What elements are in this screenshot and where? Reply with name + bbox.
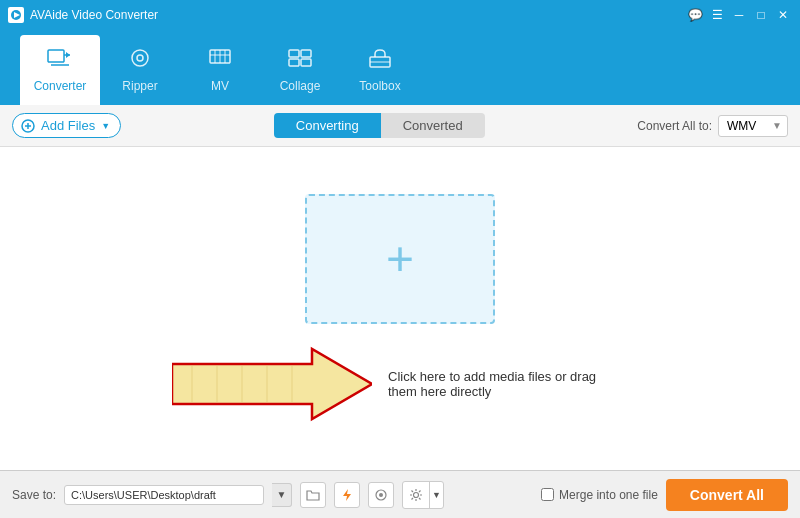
convert-all-button[interactable]: Convert All bbox=[666, 479, 788, 511]
svg-marker-28 bbox=[343, 489, 351, 501]
ripper-icon bbox=[126, 47, 154, 75]
nav-collage-label: Collage bbox=[280, 79, 321, 93]
instruction-text: Click here to add media files or drag th… bbox=[388, 369, 628, 399]
settings-group: ▼ bbox=[402, 481, 444, 509]
svg-marker-22 bbox=[172, 349, 372, 419]
merge-checkbox-label: Merge into one file bbox=[541, 488, 658, 502]
tab-converting[interactable]: Converting bbox=[274, 113, 381, 138]
help-btn[interactable]: 💬 bbox=[686, 6, 704, 24]
nav-ripper-label: Ripper bbox=[122, 79, 157, 93]
title-bar-left: AVAide Video Converter bbox=[8, 7, 158, 23]
app-icon bbox=[8, 7, 24, 23]
svg-rect-14 bbox=[301, 50, 311, 57]
minimize-btn[interactable]: ─ bbox=[730, 6, 748, 24]
edit-btn[interactable] bbox=[368, 482, 394, 508]
nav-converter-label: Converter bbox=[34, 79, 87, 93]
title-bar: AVAide Video Converter 💬 ☰ ─ □ ✕ bbox=[0, 0, 800, 30]
format-select[interactable]: WMV MP4 AVI MOV MKV bbox=[718, 115, 788, 137]
flash-btn[interactable] bbox=[334, 482, 360, 508]
settings-dropdown-btn[interactable]: ▼ bbox=[429, 482, 443, 508]
svg-rect-15 bbox=[289, 59, 299, 66]
nav-toolbox[interactable]: Toolbox bbox=[340, 35, 420, 105]
mv-icon bbox=[206, 47, 234, 75]
svg-point-31 bbox=[414, 492, 419, 497]
drop-zone-plus-icon: + bbox=[386, 235, 414, 283]
converter-icon bbox=[46, 47, 74, 75]
nav-toolbox-label: Toolbox bbox=[359, 79, 400, 93]
tab-converted[interactable]: Converted bbox=[381, 113, 485, 138]
folder-icon bbox=[306, 488, 320, 502]
close-btn[interactable]: ✕ bbox=[774, 6, 792, 24]
main-content: + Click here to add media files or drag … bbox=[0, 147, 800, 470]
nav-ripper[interactable]: Ripper bbox=[100, 35, 180, 105]
convert-all-to: Convert All to: WMV MP4 AVI MOV MKV ▼ bbox=[637, 115, 788, 137]
nav-mv[interactable]: MV bbox=[180, 35, 260, 105]
collage-icon bbox=[286, 47, 314, 75]
drop-zone[interactable]: + bbox=[305, 194, 495, 324]
plus-circle-icon bbox=[21, 119, 35, 133]
merge-label: Merge into one file bbox=[559, 488, 658, 502]
tabs-container: Converting Converted bbox=[131, 113, 627, 138]
convert-all-to-label: Convert All to: bbox=[637, 119, 712, 133]
path-dropdown-btn[interactable]: ▼ bbox=[272, 483, 292, 507]
nav-converter[interactable]: Converter bbox=[20, 35, 100, 105]
annotation-area: Click here to add media files or drag th… bbox=[172, 344, 628, 424]
svg-point-7 bbox=[137, 55, 143, 61]
settings-btn[interactable] bbox=[403, 482, 429, 508]
app-title: AVAide Video Converter bbox=[30, 8, 158, 22]
svg-rect-2 bbox=[48, 50, 64, 62]
title-bar-controls: 💬 ☰ ─ □ ✕ bbox=[686, 6, 792, 24]
edit-icon bbox=[374, 488, 388, 502]
nav-collage[interactable]: Collage bbox=[260, 35, 340, 105]
add-files-dropdown-arrow: ▼ bbox=[101, 121, 110, 131]
save-path-input[interactable] bbox=[64, 485, 264, 505]
maximize-btn[interactable]: □ bbox=[752, 6, 770, 24]
svg-rect-16 bbox=[301, 59, 311, 66]
add-files-label: Add Files bbox=[41, 118, 95, 133]
toolbox-icon bbox=[366, 47, 394, 75]
folder-browse-btn[interactable] bbox=[300, 482, 326, 508]
add-files-button[interactable]: Add Files ▼ bbox=[12, 113, 121, 138]
nav-mv-label: MV bbox=[211, 79, 229, 93]
gear-icon bbox=[409, 488, 423, 502]
status-bar: Save to: ▼ ▼ Merge into one file Convert… bbox=[0, 470, 800, 518]
merge-checkbox[interactable] bbox=[541, 488, 554, 501]
flash-icon bbox=[340, 488, 354, 502]
menu-btn[interactable]: ☰ bbox=[708, 6, 726, 24]
format-dropdown[interactable]: WMV MP4 AVI MOV MKV ▼ bbox=[718, 115, 788, 137]
svg-rect-13 bbox=[289, 50, 299, 57]
arrow-annotation bbox=[172, 344, 372, 424]
toolbar: Add Files ▼ Converting Converted Convert… bbox=[0, 105, 800, 147]
nav-bar: Converter Ripper MV bbox=[0, 30, 800, 105]
save-label: Save to: bbox=[12, 488, 56, 502]
svg-point-30 bbox=[379, 493, 383, 497]
svg-point-6 bbox=[132, 50, 148, 66]
